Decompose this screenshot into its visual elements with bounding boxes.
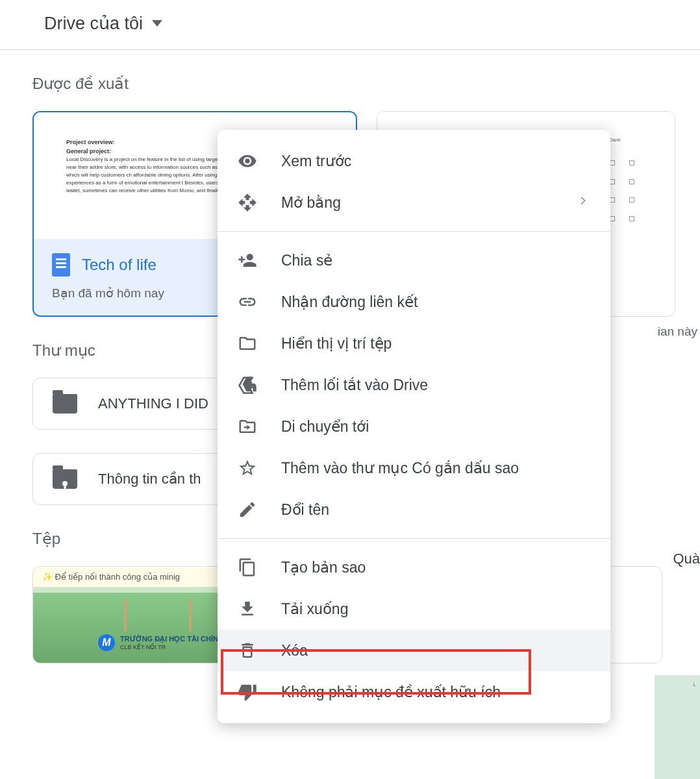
breadcrumb-header[interactable]: Drive của tôi (0, 0, 700, 50)
folder-icon (53, 394, 77, 414)
menu-show-location[interactable]: Hiển thị vị trí tệp (218, 323, 610, 364)
link-icon (237, 291, 258, 312)
folder-outline-icon (237, 333, 258, 354)
chevron-right-icon (575, 193, 591, 212)
file-thumb-3[interactable]: L (655, 675, 700, 779)
suggested-section-title: Được đề xuất (32, 75, 700, 93)
docs-icon (52, 253, 70, 277)
menu-share[interactable]: Chia sẻ (218, 240, 610, 281)
logo-icon: M (98, 634, 115, 651)
person-add-icon (237, 250, 258, 271)
trash-icon (237, 640, 258, 661)
folder-label: Thông tin cần th (98, 471, 201, 488)
thumb-down-icon (237, 682, 258, 702)
menu-add-shortcut[interactable]: Thêm lối tắt vào Drive (218, 364, 610, 406)
menu-not-helpful[interactable]: Không phải mục đề xuất hữu ích (218, 671, 610, 713)
drive-shortcut-icon (237, 375, 258, 395)
menu-divider (218, 538, 610, 539)
menu-open-with[interactable]: Mở bằng (218, 182, 610, 223)
edit-icon (237, 499, 258, 520)
context-menu: Xem trước Mở bằng Chia sẻ Nhận đường liê… (218, 130, 610, 723)
folder-label: ANYTHING I DID (98, 395, 208, 412)
open-with-icon (237, 192, 258, 213)
menu-rename[interactable]: Đổi tên (218, 489, 610, 530)
menu-download[interactable]: Tải xuống (218, 588, 610, 630)
chevron-down-icon[interactable] (152, 20, 162, 27)
menu-remove[interactable]: Xóa (218, 630, 610, 671)
menu-preview[interactable]: Xem trước (218, 140, 610, 182)
card-subtitle-fragment: ian này (655, 322, 700, 341)
menu-make-copy[interactable]: Tạo bản sao (218, 547, 610, 588)
card-title: Tech of life (82, 256, 156, 274)
menu-add-star[interactable]: Thêm vào thư mục Có gắn dấu sao (218, 447, 610, 489)
menu-move-to[interactable]: Di chuyển tới (218, 406, 610, 447)
folder-label-fragment: Quà (673, 550, 700, 567)
copy-icon (237, 557, 258, 578)
page-title: Drive của tôi (44, 13, 143, 34)
shared-folder-icon (53, 469, 77, 489)
star-outline-icon (237, 458, 258, 478)
menu-get-link[interactable]: Nhận đường liên kết (218, 281, 610, 323)
download-icon (237, 599, 258, 619)
eye-icon (237, 151, 258, 171)
menu-divider (218, 231, 610, 232)
move-to-icon (237, 416, 258, 437)
